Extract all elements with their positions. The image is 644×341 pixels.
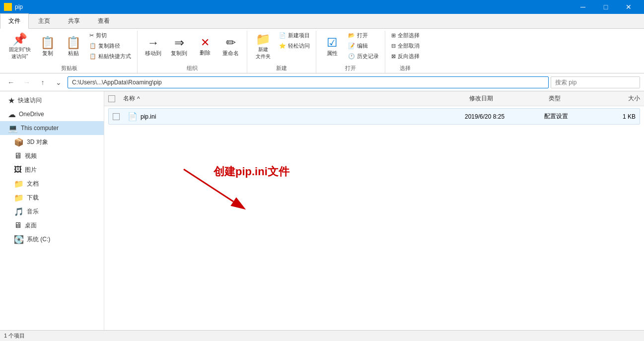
new-folder-label: 新建 文件夹	[256, 46, 271, 60]
organize-label: 组织	[187, 64, 198, 73]
new-item-label: 新建项目	[288, 32, 310, 39]
file-name-col: 📄 pip.ini	[124, 109, 461, 124]
header-checkbox[interactable]	[108, 95, 115, 102]
maximize-button[interactable]: □	[594, 0, 617, 14]
file-row[interactable]: 📄 pip.ini 2019/6/20 8:25 配置设置 1 KB	[108, 108, 640, 125]
easy-access-icon: ⭐	[279, 43, 286, 49]
back-button[interactable]: ←	[4, 75, 18, 89]
up-button[interactable]: ↑	[36, 75, 50, 89]
sidebar-item-onedrive[interactable]: ☁ OneDrive	[0, 107, 104, 121]
header-check[interactable]	[104, 95, 119, 102]
easy-access-label: 轻松访问	[288, 42, 310, 50]
move-to-label: 移动到	[145, 50, 161, 57]
paste-button[interactable]: 📋 粘贴	[62, 31, 85, 63]
documents-label: 文档	[27, 180, 39, 188]
pictures-label: 图片	[25, 166, 37, 174]
file-check[interactable]	[109, 113, 124, 120]
copy-path-button[interactable]: 📋 复制路径	[87, 41, 133, 51]
properties-button[interactable]: ☑ 属性	[320, 31, 344, 63]
edit-button[interactable]: 📝 编辑	[346, 41, 381, 51]
minimize-button[interactable]: ─	[572, 0, 594, 14]
desktop-label: 桌面	[25, 221, 37, 230]
select-content: ⊞ 全部选择 ⊟ 全部取消 ⊠ 反向选择	[389, 31, 422, 64]
copy-to-label: 复制到	[171, 50, 187, 57]
forward-button[interactable]: →	[20, 75, 34, 89]
sidebar-item-downloads[interactable]: 📁 下载	[0, 191, 104, 205]
tab-file[interactable]: 文件	[0, 13, 29, 29]
tab-home[interactable]: 主页	[30, 13, 59, 28]
sidebar-item-this-computer[interactable]: 💻 This computer	[0, 121, 104, 135]
cut-button[interactable]: ✂ 剪切	[87, 31, 133, 40]
select-all-button[interactable]: ⊞ 全部选择	[389, 31, 422, 40]
main-layout: ★ 快速访问 ☁ OneDrive 💻 This computer 📦 3D 对…	[0, 91, 644, 331]
address-input[interactable]	[68, 76, 549, 88]
music-label: 音乐	[27, 207, 39, 216]
copy-to-button[interactable]: ⇒ 复制到	[167, 31, 191, 63]
scissors-icon: ✂	[89, 32, 94, 39]
pictures-icon: 🖼	[14, 165, 22, 174]
easy-access-button[interactable]: ⭐ 轻松访问	[277, 41, 312, 51]
cloud-icon: ☁	[8, 110, 16, 119]
3d-icon: 📦	[14, 137, 24, 147]
open-button[interactable]: 📂 打开	[346, 31, 381, 40]
move-icon: →	[147, 37, 159, 49]
paste-shortcut-icon: 📋	[89, 53, 96, 60]
move-to-button[interactable]: → 移动到	[142, 31, 165, 63]
search-input[interactable]	[551, 76, 640, 88]
open-small-col: 📂 打开 📝 编辑 🕐 历史记录	[346, 31, 381, 61]
new-item-button[interactable]: 📄 新建项目	[277, 31, 312, 40]
new-folder-button[interactable]: 📁 新建 文件夹	[251, 31, 275, 63]
videos-label: 视频	[25, 152, 37, 160]
sidebar-item-3d[interactable]: 📦 3D 对象	[0, 135, 104, 149]
ribbon-group-new: 📁 新建 文件夹 📄 新建项目 ⭐ 轻松访问 新建	[247, 31, 316, 73]
sidebar-item-quick-access[interactable]: ★ 快速访问	[0, 93, 104, 107]
close-button[interactable]: ✕	[617, 0, 640, 14]
sidebar-item-documents[interactable]: 📁 文档	[0, 177, 104, 191]
pin-button[interactable]: 📌 固定到"快 速访问"	[6, 31, 34, 63]
select-label: 选择	[400, 64, 411, 73]
properties-label: 属性	[327, 50, 338, 57]
rename-button[interactable]: ✏ 重命名	[219, 31, 243, 63]
edit-icon: 📝	[348, 43, 355, 49]
delete-button[interactable]: ✕ 删除	[193, 31, 217, 63]
select-all-icon: ⊞	[391, 32, 396, 39]
sidebar-item-music[interactable]: 🎵 音乐	[0, 205, 104, 218]
cut-label: 剪切	[96, 32, 107, 39]
clipboard-label: 剪贴板	[61, 64, 77, 73]
tab-share[interactable]: 共享	[60, 13, 88, 28]
copy-button[interactable]: 📋 复制	[36, 31, 60, 63]
recent-locations-button[interactable]: ⌄	[52, 75, 66, 89]
invert-selection-button[interactable]: ⊠ 反向选择	[389, 52, 422, 61]
open-icon: 📂	[348, 32, 355, 39]
ribbon-group-open: ☑ 属性 📂 打开 📝 编辑 🕐 历史记录 打开	[316, 31, 385, 73]
select-none-button[interactable]: ⊟ 全部取消	[389, 41, 422, 51]
header-date-label: 修改日期	[469, 95, 493, 102]
rename-icon: ✏	[226, 37, 236, 49]
header-name[interactable]: 名称 ^	[119, 93, 465, 104]
header-type[interactable]: 类型	[545, 93, 604, 104]
header-size-label: 大小	[628, 95, 640, 102]
header-size[interactable]: 大小	[604, 93, 644, 104]
copy-to-icon: ⇒	[174, 37, 184, 49]
tab-view[interactable]: 查看	[89, 13, 118, 28]
invert-icon: ⊠	[391, 53, 396, 60]
clipboard-content: 📌 固定到"快 速访问" 📋 复制 📋 粘贴 ✂ 剪切 📋	[6, 31, 133, 64]
history-button[interactable]: 🕐 历史记录	[346, 52, 381, 61]
sidebar-item-desktop[interactable]: 🖥 桌面	[0, 218, 104, 232]
file-checkbox[interactable]	[113, 113, 120, 120]
rename-label: 重命名	[222, 50, 239, 57]
ribbon-tabs: 文件 主页 共享 查看	[0, 14, 644, 29]
header-date[interactable]: 修改日期	[465, 93, 545, 104]
delete-icon: ✕	[201, 37, 210, 48]
properties-icon: ☑	[327, 37, 338, 49]
select-none-label: 全部取消	[398, 42, 420, 50]
sidebar-item-videos[interactable]: 🖥 视频	[0, 149, 104, 163]
copy-label: 复制	[42, 50, 53, 57]
new-folder-icon: 📁	[256, 33, 271, 45]
star-icon: ★	[8, 96, 15, 105]
sidebar-item-system-c[interactable]: 💽 系统 (C:)	[0, 232, 104, 246]
sidebar-item-pictures[interactable]: 🖼 图片	[0, 163, 104, 177]
paste-shortcut-button[interactable]: 📋 粘贴快捷方式	[87, 52, 133, 61]
quick-access-label: 快速访问	[18, 96, 42, 105]
header-name-label: 名称	[123, 94, 135, 103]
